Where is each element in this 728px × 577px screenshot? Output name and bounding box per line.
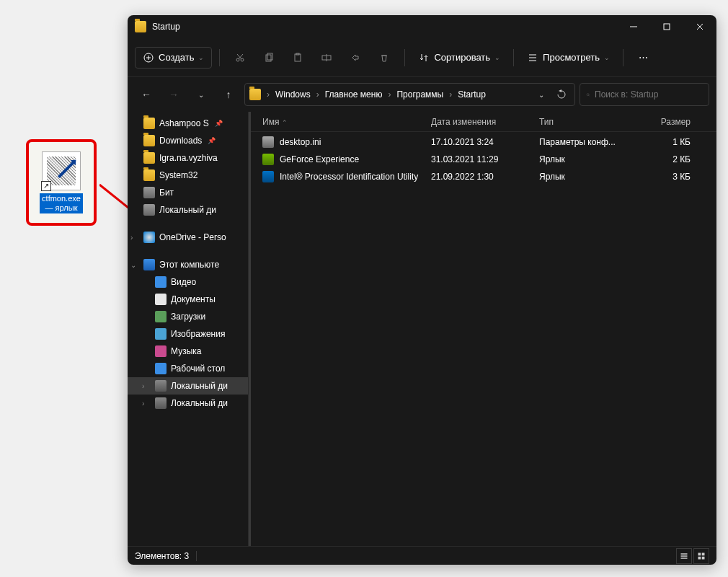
sidebar-item[interactable]: Загрузки bbox=[128, 308, 248, 325]
chevron-icon: ⌄ bbox=[130, 261, 136, 269]
desktop-shortcut-highlighted[interactable]: ↗ ctfmon.exe— ярлык bbox=[26, 139, 97, 226]
sidebar-icon bbox=[143, 169, 155, 181]
sidebar-item[interactable]: ›OneDrive - Perso bbox=[128, 229, 248, 246]
breadcrumb-item[interactable]: Главное меню bbox=[322, 88, 386, 101]
file-row[interactable]: desktop.ini17.10.2021 3:24Параметры конф… bbox=[251, 133, 716, 151]
sidebar-item-label: Загрузки bbox=[171, 312, 205, 322]
file-size: 2 КБ bbox=[633, 154, 691, 164]
copy-button[interactable] bbox=[256, 45, 282, 71]
column-type[interactable]: Тип bbox=[539, 117, 633, 127]
sidebar-item[interactable]: Ashampoo S📌 bbox=[128, 115, 248, 132]
minimize-button[interactable] bbox=[617, 15, 650, 38]
search-box[interactable] bbox=[580, 83, 709, 106]
maximize-button[interactable] bbox=[650, 15, 683, 38]
recent-button[interactable]: ⌄ bbox=[190, 83, 213, 106]
chevron-down-icon: ⌄ bbox=[604, 54, 610, 61]
view-button[interactable]: Просмотреть ⌄ bbox=[521, 48, 616, 68]
share-button[interactable] bbox=[342, 45, 368, 71]
copy-icon bbox=[263, 52, 275, 63]
column-name[interactable]: Имя⌃ bbox=[258, 117, 431, 127]
sidebar-item[interactable]: Бит bbox=[128, 184, 248, 201]
file-date: 31.03.2021 11:29 bbox=[431, 154, 539, 164]
sidebar-item[interactable]: Музыка bbox=[128, 343, 248, 360]
sidebar-item[interactable]: Документы bbox=[128, 291, 248, 308]
sidebar-item[interactable]: ›Локальный ди bbox=[128, 377, 248, 395]
sidebar-item[interactable]: Igra.na.vyzhiva bbox=[128, 149, 248, 167]
sidebar-icon bbox=[155, 363, 167, 374]
sidebar-icon bbox=[143, 118, 155, 129]
svg-rect-25 bbox=[681, 553, 688, 555]
svg-rect-13 bbox=[266, 55, 271, 61]
svg-rect-29 bbox=[702, 552, 705, 555]
breadcrumb-item[interactable]: Windows bbox=[272, 88, 314, 101]
breadcrumb-item[interactable]: Программы bbox=[394, 88, 446, 101]
back-button[interactable]: ← bbox=[135, 83, 158, 106]
share-icon bbox=[350, 52, 361, 63]
sidebar-icon bbox=[155, 328, 167, 340]
sidebar-icon bbox=[143, 259, 155, 270]
shortcut-icon: ↗ bbox=[42, 151, 81, 190]
search-input[interactable] bbox=[595, 89, 703, 100]
sidebar-icon bbox=[155, 311, 167, 322]
svg-rect-3 bbox=[664, 24, 670, 30]
file-date: 21.09.2022 1:30 bbox=[431, 172, 539, 182]
sidebar-item[interactable]: Рабочий стол bbox=[128, 360, 248, 377]
sidebar-item[interactable]: System32 bbox=[128, 167, 248, 184]
sidebar-item[interactable]: ›Локальный ди bbox=[128, 395, 248, 412]
sidebar-item-label: Этот компьюте bbox=[159, 260, 219, 270]
sidebar-icon bbox=[143, 187, 155, 198]
file-row[interactable]: Intel® Processor Identification Utility2… bbox=[251, 168, 716, 185]
scissors-icon bbox=[234, 52, 246, 63]
sort-button[interactable]: Сортировать ⌄ bbox=[412, 48, 506, 68]
plus-circle-icon bbox=[143, 52, 154, 63]
shortcut-label: ctfmon.exe— ярлык bbox=[40, 193, 83, 213]
rename-button[interactable] bbox=[314, 45, 339, 71]
sidebar-icon bbox=[143, 204, 155, 216]
create-button[interactable]: Создать ⌄ bbox=[135, 47, 212, 69]
more-button[interactable]: ⋯ bbox=[631, 45, 657, 71]
sidebar-item[interactable]: Downloads📌 bbox=[128, 132, 248, 149]
sidebar-icon bbox=[155, 397, 167, 409]
file-row[interactable]: GeForce Experience31.03.2021 11:29Ярлык2… bbox=[251, 151, 716, 168]
file-icon bbox=[262, 136, 274, 148]
view-thumbnails-button[interactable] bbox=[693, 548, 709, 564]
breadcrumb[interactable]: › Windows › Главное меню › Программы › S… bbox=[244, 83, 575, 106]
column-size[interactable]: Размер bbox=[633, 117, 691, 127]
column-date[interactable]: Дата изменения bbox=[431, 117, 539, 127]
file-type: Параметры конф... bbox=[539, 137, 633, 147]
address-bar: ← → ⌄ ↑ › Windows › Главное меню › Прогр… bbox=[128, 77, 716, 112]
svg-rect-30 bbox=[698, 556, 701, 559]
breadcrumb-item[interactable]: Startup bbox=[455, 88, 489, 101]
delete-button[interactable] bbox=[371, 45, 397, 71]
cut-button[interactable] bbox=[227, 45, 253, 71]
folder-icon bbox=[135, 21, 146, 32]
sidebar-item-label: Музыка bbox=[171, 346, 201, 356]
sidebar-item[interactable]: Изображения bbox=[128, 325, 248, 343]
sidebar-item-label: Документы bbox=[171, 294, 216, 304]
column-headers[interactable]: Имя⌃ Дата изменения Тип Размер bbox=[251, 112, 716, 132]
paste-button[interactable] bbox=[285, 45, 311, 71]
file-icon bbox=[262, 154, 274, 165]
sidebar-item[interactable]: Видео bbox=[128, 273, 248, 291]
trash-icon bbox=[378, 52, 390, 63]
file-list[interactable]: desktop.ini17.10.2021 3:24Параметры конф… bbox=[251, 132, 716, 546]
sort-icon bbox=[418, 52, 430, 63]
file-icon bbox=[262, 171, 274, 182]
breadcrumb-dropdown-button[interactable]: ⌄ bbox=[533, 86, 550, 103]
refresh-button[interactable] bbox=[553, 86, 570, 103]
up-button[interactable]: ↑ bbox=[217, 83, 240, 106]
close-button[interactable] bbox=[683, 15, 716, 38]
file-explorer-window: Startup Создать ⌄ Сортировать ⌄ Просмотр… bbox=[128, 15, 716, 565]
status-items-count: Элементов: 3 bbox=[135, 551, 189, 561]
view-details-button[interactable] bbox=[676, 548, 692, 564]
file-list-area: Имя⌃ Дата изменения Тип Размер desktop.i… bbox=[249, 112, 716, 546]
sidebar-item[interactable]: ⌄Этот компьюте bbox=[128, 256, 248, 273]
file-name: Intel® Processor Identification Utility bbox=[280, 172, 418, 182]
file-date: 17.10.2021 3:24 bbox=[431, 137, 539, 147]
sidebar[interactable]: Ashampoo S📌Downloads📌Igra.na.vyzhivaSyst… bbox=[128, 112, 249, 546]
sidebar-item-label: Локальный ди bbox=[159, 205, 216, 215]
sidebar-item[interactable]: Локальный ди bbox=[128, 201, 248, 219]
forward-button[interactable]: → bbox=[162, 83, 185, 106]
chevron-down-icon: ⌄ bbox=[494, 54, 500, 61]
title-bar: Startup bbox=[128, 15, 716, 38]
